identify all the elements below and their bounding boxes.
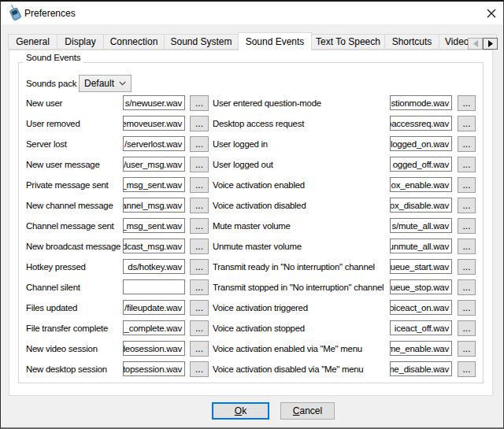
browse-button[interactable]: ...: [190, 300, 209, 316]
browse-button[interactable]: ...: [190, 279, 209, 295]
sound-file-input[interactable]: unmute_all.wav: [390, 239, 452, 253]
browse-button[interactable]: ...: [458, 116, 476, 131]
sound-file-input[interactable]: _msg_sent.wav: [123, 177, 185, 192]
tab-connection[interactable]: Connection: [103, 34, 165, 50]
sound-file-input[interactable]: _msg_sent.wav: [123, 218, 185, 233]
browse-button[interactable]: ...: [190, 116, 209, 131]
sound-file-input[interactable]: topsession.wav: [123, 361, 185, 376]
event-label: New user: [26, 98, 62, 109]
sound-file-input[interactable]: me_enable.wav: [390, 341, 452, 356]
sound-file-value: /serverlost.wav: [124, 139, 182, 149]
browse-button[interactable]: ...: [458, 320, 476, 336]
sound-file-value: ogged_off.wav: [393, 160, 449, 169]
sound-file-value: me_enable.wav: [390, 344, 449, 353]
close-button[interactable]: [479, 2, 504, 24]
tab-shortcuts[interactable]: Shortcuts: [384, 34, 439, 50]
sound-file-input[interactable]: me_disable.wav: [390, 361, 452, 376]
event-label: Voice activation stopped: [213, 323, 305, 334]
sound-file-input[interactable]: /fileupdate.wav: [123, 300, 185, 315]
chevron-down-icon: [119, 81, 126, 86]
event-label: New user message: [26, 159, 100, 170]
browse-button[interactable]: ...: [190, 239, 209, 254]
browse-button[interactable]: ...: [190, 177, 209, 193]
close-icon: [487, 9, 496, 18]
sound-file-value: emoveuser.wav: [123, 119, 182, 128]
sound-file-input[interactable]: /serverlost.wav: [123, 136, 185, 151]
sound-file-input[interactable]: dcast_msg.wav: [123, 239, 185, 253]
ok-button[interactable]: Ok: [212, 402, 269, 420]
event-label: User logged in: [213, 139, 268, 150]
browse-button[interactable]: ...: [190, 198, 209, 213]
sound-file-input[interactable]: ox_disable.wav: [390, 198, 452, 213]
sound-file-input[interactable]: logged_on.wav: [390, 136, 452, 151]
browse-button[interactable]: ...: [190, 218, 209, 234]
sound-file-input[interactable]: s/newuser.wav: [123, 95, 185, 110]
sound-file-input[interactable]: s/mute_all.wav: [390, 218, 452, 233]
sound-file-value: iceact_off.wav: [395, 324, 449, 333]
sound-file-input[interactable]: ox_enable.wav: [390, 177, 452, 192]
sound-file-input[interactable]: [123, 279, 185, 294]
tab-scroll-left-button[interactable]: [468, 38, 483, 50]
event-label: User entered question-mode: [213, 98, 321, 109]
tab-text-to-speech[interactable]: Text To Speech: [311, 34, 385, 50]
browse-button[interactable]: ...: [458, 361, 476, 377]
sound-file-value: topsession.wav: [123, 364, 182, 374]
browse-button[interactable]: ...: [458, 95, 476, 111]
sound-file-input[interactable]: paccessreq.wav: [390, 116, 452, 131]
tab-scroll-right-button[interactable]: [483, 38, 498, 50]
cancel-button[interactable]: Cancel: [280, 402, 335, 420]
browse-button[interactable]: ...: [190, 136, 209, 152]
sound-file-input[interactable]: ogged_off.wav: [390, 157, 452, 172]
sound-file-input[interactable]: deosession.wav: [123, 341, 185, 356]
browse-button[interactable]: ...: [190, 95, 209, 111]
sound-file-input[interactable]: oiceact_on.wav: [390, 300, 452, 315]
browse-button[interactable]: ...: [190, 157, 209, 172]
browse-button[interactable]: ...: [458, 177, 476, 193]
tab-sound-system[interactable]: Sound System: [164, 34, 239, 50]
sound-file-input[interactable]: ds/hotkey.wav: [123, 259, 185, 274]
browse-button[interactable]: ...: [458, 218, 476, 234]
browse-button[interactable]: ...: [458, 300, 476, 316]
event-label: Hotkey pressed: [26, 261, 86, 272]
titlebar: Preferences: [1, 2, 503, 24]
sound-file-input[interactable]: ueue_start.wav: [390, 259, 452, 274]
sounds-pack-combobox[interactable]: Default: [79, 75, 132, 92]
tab-display[interactable]: Display: [57, 34, 104, 50]
browse-button[interactable]: ...: [458, 198, 476, 213]
browse-button[interactable]: ...: [190, 320, 209, 336]
event-label: Channel silent: [26, 282, 80, 293]
browse-button[interactable]: ...: [190, 361, 209, 377]
app-icon: [8, 4, 22, 21]
sound-file-value: /fileupdate.wav: [124, 303, 182, 313]
tab-general[interactable]: General: [8, 34, 57, 50]
sound-file-input[interactable]: _complete.wav: [123, 320, 185, 335]
sound-file-input[interactable]: /user_msg.wav: [123, 157, 185, 172]
browse-button[interactable]: ...: [458, 259, 476, 275]
browse-button[interactable]: ...: [458, 341, 476, 357]
sound-file-input[interactable]: ueue_stop.wav: [390, 279, 452, 294]
event-label: Voice activation triggered: [213, 302, 308, 313]
sound-file-input[interactable]: stionmode.wav: [390, 95, 452, 110]
browse-button[interactable]: ...: [458, 136, 476, 152]
sound-file-value: unmute_all.wav: [390, 242, 449, 251]
tab-label: Text To Speech: [316, 36, 380, 47]
tab-sound-events[interactable]: Sound Events: [238, 32, 312, 50]
browse-button[interactable]: ...: [458, 239, 476, 254]
browse-button[interactable]: ...: [190, 259, 209, 275]
event-label: File transfer complete: [26, 323, 108, 334]
sound-file-input[interactable]: iceact_off.wav: [390, 320, 452, 335]
sound-file-value: annel_msg.wav: [123, 201, 182, 210]
event-label: New broadcast message: [26, 241, 120, 252]
sound-file-value: _msg_sent.wav: [123, 180, 182, 190]
event-label: Private message sent: [26, 179, 109, 190]
browse-button[interactable]: ...: [458, 157, 476, 172]
sound-file-value: ds/hotkey.wav: [128, 262, 182, 272]
sound-file-input[interactable]: emoveuser.wav: [123, 116, 185, 131]
sound-file-value: ox_enable.wav: [391, 180, 449, 190]
browse-button[interactable]: ...: [458, 279, 476, 295]
event-label: New video session: [26, 343, 98, 354]
sound-file-input[interactable]: annel_msg.wav: [123, 198, 185, 213]
browse-button[interactable]: ...: [190, 341, 209, 357]
event-label: Voice activation disabled via "Me" menu: [213, 364, 363, 375]
sound-file-value: _msg_sent.wav: [123, 221, 182, 231]
